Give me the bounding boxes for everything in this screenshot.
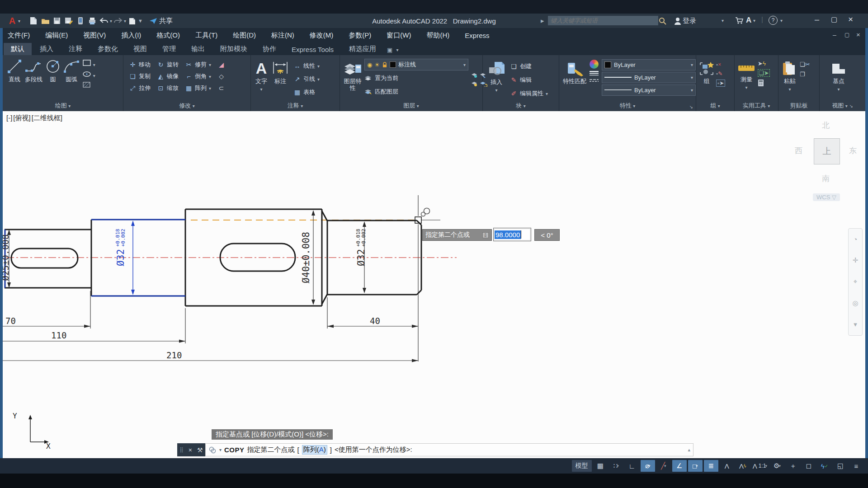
annotation-autoscale-toggle[interactable]: Λϟ: [736, 460, 750, 472]
doc-minimize-button[interactable]: –: [833, 31, 836, 38]
move-button[interactable]: ✛移动: [129, 59, 151, 70]
drawing-canvas[interactable]: [-] [俯视] [二维线框] 北 西 上 东 南 WCS ▽ ◔ ✛ ⌖ ◎ …: [3, 111, 865, 458]
plot-icon[interactable]: [86, 15, 98, 26]
tol-lower-selected[interactable]: +0.002: [120, 229, 126, 247]
doc-restore-button[interactable]: ▢: [844, 32, 849, 38]
menu-format[interactable]: 格式(O): [149, 28, 188, 42]
text-button[interactable]: A文字▾: [255, 57, 267, 98]
undo-icon[interactable]: [98, 15, 110, 26]
dia-left-text[interactable]: Ø25±0.008: [3, 235, 10, 281]
erase-button[interactable]: ◢: [217, 59, 225, 70]
create-block-button[interactable]: ❏创建: [510, 61, 548, 72]
dim-110[interactable]: 110: [51, 330, 66, 340]
tab-home[interactable]: 默认: [4, 43, 32, 55]
search-expand-icon[interactable]: ▸: [541, 17, 544, 25]
autocad-logo-icon[interactable]: A: [6, 15, 18, 26]
tab-annotate[interactable]: 注释: [61, 43, 90, 55]
panel-draw-label[interactable]: 绘图 ▾: [3, 102, 123, 110]
panel-block-label[interactable]: 块 ▾: [483, 102, 559, 110]
qat-customize-icon[interactable]: ▼: [138, 18, 143, 23]
quick-calc-icon[interactable]: ❏➤: [758, 69, 770, 77]
ellipse-tool-icon[interactable]: ▾: [82, 71, 95, 79]
close-button[interactable]: ×: [848, 14, 853, 24]
dyn-input-value-field[interactable]: 98.0000: [494, 228, 531, 241]
menu-insert[interactable]: 插入(I): [113, 28, 149, 42]
doc-close-button[interactable]: ×: [856, 31, 860, 38]
paste-button[interactable]: 粘贴▾: [782, 58, 797, 93]
base-view-button[interactable]: 基点▾: [830, 58, 848, 93]
layer-dropdown[interactable]: ◉ ☀ 标注线 ▾: [364, 59, 468, 70]
group-edit-icon[interactable]: ▫✎: [716, 70, 725, 77]
commandline-grip[interactable]: ⣿ × ⚒: [177, 443, 205, 456]
chamfer-button[interactable]: ⌐倒角▾: [185, 70, 211, 82]
properties-expand-icon[interactable]: ↘: [689, 104, 693, 109]
tab-output[interactable]: 输出: [184, 43, 212, 55]
layer-properties-button[interactable]: 图层特性: [344, 58, 362, 98]
dia40-text[interactable]: Ø40±0.008: [301, 232, 311, 283]
clean-screen-button[interactable]: ◱: [833, 460, 848, 472]
menu-parametric[interactable]: 参数(P): [341, 28, 379, 42]
polar-tracking-toggle[interactable]: ⌀▾: [641, 460, 655, 472]
group-select-icon[interactable]: ▫➤: [716, 80, 725, 87]
cart-icon[interactable]: [733, 15, 745, 26]
array-option-chip[interactable]: 阵列(A): [302, 445, 327, 455]
rectangle-tool-icon[interactable]: ▾: [82, 59, 95, 68]
menu-file[interactable]: 文件(F): [0, 28, 38, 42]
dim-210[interactable]: 210: [166, 350, 182, 360]
tab-manage[interactable]: 管理: [155, 43, 183, 55]
search-icon[interactable]: [656, 15, 668, 26]
menu-window[interactable]: 窗口(W): [379, 28, 419, 42]
search-input[interactable]: [548, 16, 658, 25]
mobile-icon[interactable]: [75, 15, 86, 26]
rotate-button[interactable]: ↻旋转: [157, 59, 179, 70]
tab-featured-apps[interactable]: 精选应用: [342, 43, 383, 55]
dimension-button[interactable]: 标注: [271, 57, 290, 98]
workspace-switch-button[interactable]: ⚙▾: [770, 460, 784, 472]
command-line[interactable]: ▾ COPY 指定第二个点或 [ 阵列(A) ] <使用第一个点作为位移>: ▴: [205, 443, 693, 456]
logo-dropdown-icon[interactable]: ▾: [18, 19, 20, 23]
tol-lower-right[interactable]: +0.002: [361, 229, 367, 247]
redo-icon[interactable]: [112, 15, 124, 26]
tab-view[interactable]: 视图: [126, 43, 154, 55]
annotation-monitor-button[interactable]: ＋: [786, 460, 800, 472]
trim-button[interactable]: ✂修剪▾: [185, 59, 211, 70]
tab-collaborate[interactable]: 协作: [255, 43, 283, 55]
dia32-selected-text[interactable]: Ø32: [115, 249, 126, 266]
array-button[interactable]: ▦阵列▾: [185, 82, 211, 94]
stretch-button[interactable]: ⤢拉伸: [129, 82, 151, 94]
menu-help[interactable]: 帮助(H): [419, 28, 457, 42]
isodraft-toggle[interactable]: ╱▾: [656, 460, 671, 472]
tab-express-tools[interactable]: Express Tools: [284, 44, 341, 55]
help-dropdown-icon[interactable]: ▾: [780, 18, 783, 23]
quick-select-icon[interactable]: ➤ϟ: [758, 60, 770, 67]
minimize-button[interactable]: –: [815, 15, 819, 24]
linear-dim-button[interactable]: ↔线性▾: [293, 60, 320, 72]
linetype-dropdown[interactable]: ByLayer▾: [602, 84, 696, 96]
panel-view-label[interactable]: 视图 ▾ ↘: [820, 102, 865, 110]
share-icon[interactable]: [147, 15, 159, 26]
tab-addins[interactable]: 附加模块: [213, 43, 255, 55]
polyline-button[interactable]: 多段线: [24, 55, 42, 83]
make-current-button[interactable]: 置为当前: [364, 72, 468, 84]
tab-parametric[interactable]: 参数化: [90, 43, 125, 55]
annotation-scale-button[interactable]: Λ1:1▾: [751, 460, 769, 472]
panel-groups-label[interactable]: 组 ▾: [696, 102, 734, 110]
menu-express[interactable]: Express: [457, 28, 497, 42]
ungroup-icon[interactable]: ▫×: [716, 61, 725, 68]
grid-toggle[interactable]: ▦: [593, 460, 608, 472]
menu-modify[interactable]: 修改(M): [302, 28, 341, 42]
match-layer-button[interactable]: 匹配图层: [364, 86, 468, 98]
menu-edit[interactable]: 编辑(E): [38, 28, 75, 42]
edit-attributes-button[interactable]: ✐编辑属性▾: [510, 88, 548, 99]
panel-modify-label[interactable]: 修改 ▾: [123, 102, 250, 110]
snap-toggle[interactable]: ∷▾: [609, 460, 623, 472]
menu-draw[interactable]: 绘图(D): [225, 28, 264, 42]
signin-dropdown-icon[interactable]: ▾: [722, 18, 724, 23]
arc-button[interactable]: 圆弧: [63, 55, 80, 83]
object-snap-toggle[interactable]: □▾: [688, 460, 703, 472]
panel-utilities-label[interactable]: 实用工具 ▾: [735, 102, 778, 110]
dia32-right-text[interactable]: Ø32: [356, 249, 367, 266]
autodesk-app-icon[interactable]: A: [746, 16, 751, 25]
leader-button[interactable]: ↗引线▾: [293, 73, 320, 85]
graphics-performance-button[interactable]: ϟ✓: [817, 460, 832, 472]
